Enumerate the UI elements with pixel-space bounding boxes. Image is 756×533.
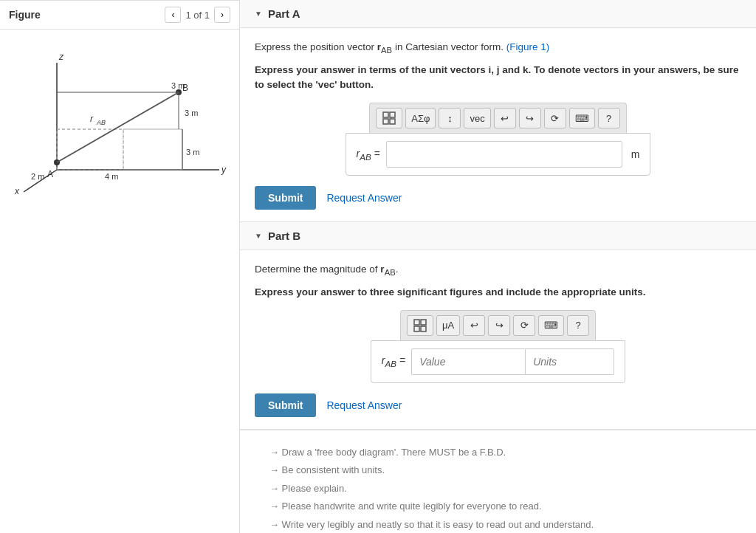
note-1: → Draw a 'free body diagram'. There MUST…	[269, 445, 726, 460]
part-b-actions: Submit Request Answer	[255, 393, 741, 417]
part-b-input-label: rAB =	[382, 354, 405, 368]
figure-nav-text: 1 of 1	[185, 10, 210, 21]
part-b-input-pair	[411, 348, 614, 375]
svg-rect-34	[383, 119, 388, 124]
help-button-b[interactable]: ?	[567, 315, 589, 336]
svg-text:3 m: 3 m	[186, 148, 199, 157]
figure-link-a[interactable]: (Figure 1)	[506, 41, 550, 52]
figure-title: Figure	[9, 9, 41, 21]
part-a-section: ▼ Part A Express the position vector rAB…	[240, 0, 756, 222]
svg-text:AB: AB	[96, 119, 106, 126]
mu-button-b[interactable]: μΑ	[436, 315, 460, 336]
svg-rect-37	[421, 320, 426, 325]
refresh-button-a[interactable]: ⟳	[544, 108, 566, 128]
svg-rect-33	[390, 112, 395, 117]
refresh-button-b[interactable]: ⟳	[513, 315, 535, 336]
part-a-input-label: rAB =	[357, 148, 380, 162]
svg-text:3 m: 3 m	[171, 81, 185, 90]
part-b-request-answer-link[interactable]: Request Answer	[326, 399, 402, 411]
part-a-math-input[interactable]	[386, 141, 622, 168]
svg-text:3 m: 3 m	[185, 109, 198, 117]
part-a-unit: m	[631, 148, 640, 160]
part-a-instruction: Express your answer in terms of the unit…	[255, 63, 741, 93]
part-b-collapse-icon[interactable]: ▼	[255, 232, 262, 240]
part-b-submit-button[interactable]: Submit	[255, 393, 316, 417]
svg-rect-39	[421, 326, 426, 331]
part-b-question: Determine the magnitude of rAB.	[255, 262, 741, 279]
redo-button-a[interactable]: ↪	[519, 108, 541, 128]
part-b-instruction: Express your answer to three significant…	[255, 285, 741, 300]
help-button-a[interactable]: ?	[598, 108, 620, 128]
part-b-toolbar: μΑ ↩ ↪ ⟳ ⌨ ?	[400, 310, 596, 340]
matrix-button-b[interactable]	[407, 315, 433, 336]
svg-text:4 m: 4 m	[105, 172, 118, 181]
part-a-request-answer-link[interactable]: Request Answer	[326, 192, 402, 204]
part-b-input-area: rAB =	[371, 340, 625, 383]
svg-text:x: x	[14, 186, 20, 196]
part-b-section: ▼ Part B Determine the magnitude of rAB.…	[240, 222, 756, 430]
undo-button-b[interactable]: ↩	[463, 315, 485, 336]
part-b-content: Determine the magnitude of rAB. Express …	[240, 250, 756, 429]
part-a-input-area: rAB = m	[346, 133, 651, 176]
notes-section: → Draw a 'free body diagram'. There MUST…	[240, 430, 756, 533]
undo-button-a[interactable]: ↩	[494, 108, 516, 128]
svg-text:2 m: 2 m	[31, 172, 44, 181]
figure-diagram: x y z	[0, 30, 239, 199]
part-a-submit-button[interactable]: Submit	[255, 186, 316, 210]
part-a-toolbar: ΑΣφ ↕ vec ↩ ↪ ⟳ ⌨ ?	[369, 103, 626, 133]
arrows-button-a[interactable]: ↕	[439, 108, 461, 128]
svg-rect-36	[414, 320, 419, 325]
part-a-content: Express the position vector rAB in Carte…	[240, 28, 756, 221]
part-a-header: ▼ Part A	[240, 0, 756, 28]
keyboard-button-a[interactable]: ⌨	[569, 108, 595, 128]
part-a-title: Part A	[268, 7, 300, 20]
part-b-units-input[interactable]	[526, 348, 614, 375]
svg-line-21	[57, 92, 179, 162]
keyboard-button-b[interactable]: ⌨	[538, 315, 564, 336]
svg-rect-32	[383, 112, 388, 117]
part-b-header: ▼ Part B	[240, 222, 756, 250]
figure-prev-button[interactable]: ‹	[165, 7, 181, 23]
svg-text:y: y	[221, 165, 227, 175]
matrix-button-a[interactable]	[376, 108, 402, 128]
vec-button-a[interactable]: vec	[464, 108, 490, 128]
figure-next-button[interactable]: ›	[214, 7, 230, 23]
note-2: → Be consistent with units.	[269, 463, 726, 478]
svg-text:z: z	[58, 52, 64, 62]
part-a-actions: Submit Request Answer	[255, 186, 741, 210]
note-5: → Write very legibly and neatly so that …	[269, 517, 726, 532]
part-a-collapse-icon[interactable]: ▼	[255, 10, 262, 18]
part-b-title: Part B	[268, 230, 300, 242]
note-3: → Please explain.	[269, 481, 726, 496]
svg-text:r: r	[90, 114, 94, 124]
svg-text:A: A	[47, 169, 53, 179]
sigma-button-a[interactable]: ΑΣφ	[405, 108, 436, 128]
redo-button-b[interactable]: ↪	[488, 315, 510, 336]
note-4: → Please handwrite and write quite legib…	[269, 499, 726, 514]
part-b-value-input[interactable]	[411, 348, 526, 375]
svg-rect-38	[414, 326, 419, 331]
part-a-question: Express the position vector rAB in Carte…	[255, 40, 741, 57]
svg-rect-35	[390, 119, 395, 124]
